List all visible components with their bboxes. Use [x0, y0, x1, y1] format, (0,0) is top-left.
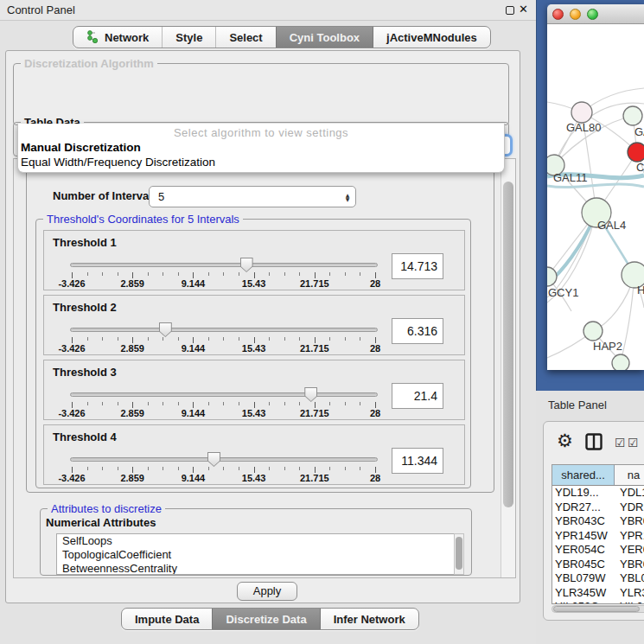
- algorithm-placeholder-option[interactable]: Select algorithm to view settings: [18, 126, 504, 139]
- threshold-4-slider-track[interactable]: [70, 457, 378, 462]
- slider-tick-label: 9.144: [182, 408, 206, 418]
- node-highlighted-red[interactable]: [628, 143, 644, 162]
- algorithm-option-manual[interactable]: Manual Discretization: [21, 141, 141, 154]
- threshold-4-slider-thumb[interactable]: [207, 452, 220, 467]
- table-body: YDL19...YDL1YDR27...YDR2YBR043CYBR0YPR14…: [552, 486, 644, 604]
- column-header-name[interactable]: na: [615, 465, 644, 485]
- tab-impute-data[interactable]: Impute Data: [122, 609, 212, 629]
- close-traffic-light-icon[interactable]: [552, 9, 564, 20]
- node-gcy1[interactable]: [547, 267, 557, 286]
- threshold-2-slider-track[interactable]: [70, 328, 378, 332]
- node-partial-bottom[interactable]: [612, 354, 629, 370]
- threshold-2-value-field[interactable]: 6.316: [392, 318, 443, 344]
- cell-shared-name[interactable]: YDL19...: [552, 486, 615, 501]
- network-view-window: GAL80 GA C GAL11 GAL4 GCY1 H HAP2: [547, 4, 644, 370]
- cell-name[interactable]: YBL0: [615, 571, 644, 586]
- table-row[interactable]: YBR045CYBR0: [552, 558, 644, 572]
- minimize-traffic-light-icon[interactable]: [570, 9, 581, 20]
- network-nodes[interactable]: [547, 102, 644, 370]
- node-gal80[interactable]: [571, 102, 592, 123]
- threshold-3-slider-track[interactable]: [70, 392, 378, 397]
- slider-tick-label: 9.144: [182, 278, 206, 289]
- node-ga[interactable]: [623, 106, 642, 125]
- threshold-3-box: Threshold 3 -3.4262.8599.14415.4321.7152…: [43, 360, 465, 420]
- cell-shared-name[interactable]: YIL052C: [552, 600, 615, 604]
- slider-tick-label: -3.426: [58, 278, 85, 289]
- checkbox-checked-icon[interactable]: ☑: [615, 436, 626, 450]
- cell-shared-name[interactable]: YBR045C: [552, 558, 615, 572]
- tab-discretize-data[interactable]: Discretize Data: [212, 609, 319, 629]
- threshold-2-box: Threshold 2 -3.4262.8599.14415.4321.7152…: [43, 295, 465, 355]
- cell-shared-name[interactable]: YBL079W: [552, 571, 615, 586]
- table-row[interactable]: YDL19...YDL1: [552, 486, 644, 501]
- table-row[interactable]: YER054CYER0: [552, 543, 644, 558]
- cell-shared-name[interactable]: YER054C: [552, 543, 615, 558]
- float-window-icon[interactable]: [506, 6, 514, 15]
- cell-name[interactable]: YBR0: [615, 558, 644, 572]
- network-window-titlebar[interactable]: [547, 4, 644, 24]
- table-horizontal-scrollbar[interactable]: [552, 605, 644, 613]
- slider-scale-labels: -3.4262.8599.14415.4321.71528: [72, 343, 375, 354]
- algorithm-option-equal-width[interactable]: Equal Width/Frequency Discretization: [21, 156, 215, 169]
- node-label-gal80: GAL80: [566, 121, 601, 134]
- slider-tick-label: -3.426: [58, 408, 85, 418]
- close-icon[interactable]: ✕: [519, 3, 528, 16]
- table-row[interactable]: YPR145WYPR1: [552, 529, 644, 544]
- node-hap2[interactable]: [583, 322, 603, 341]
- tab-select[interactable]: Select: [215, 27, 275, 48]
- algorithm-dropdown-popup: Select algorithm to view settings Manual…: [17, 124, 505, 173]
- cell-shared-name[interactable]: YPR145W: [552, 529, 615, 544]
- tab-cyni-toolbox[interactable]: Cyni Toolbox: [276, 27, 373, 48]
- slider-tick-label: 15.43: [242, 278, 266, 289]
- threshold-1-slider-track[interactable]: [70, 263, 378, 267]
- threshold-3-value-field[interactable]: 21.4: [392, 383, 443, 409]
- tab-network[interactable]: Network: [73, 27, 162, 48]
- threshold-3-slider-thumb[interactable]: [304, 387, 317, 402]
- thresholds-group-title: Threshold's Coordinates for 5 Intervals: [43, 213, 243, 226]
- table-row[interactable]: YLR345WYLR3: [552, 586, 644, 601]
- threshold-1-value-field[interactable]: 14.713: [392, 253, 443, 279]
- apply-button[interactable]: Apply: [237, 582, 297, 601]
- table-row[interactable]: YBR043CYBR0: [552, 514, 644, 529]
- table-row[interactable]: YBL079WYBL0: [552, 571, 644, 586]
- checkbox-checked-icon[interactable]: ☑: [628, 436, 639, 450]
- slider-tick-label: 21.715: [300, 278, 329, 289]
- table-row[interactable]: YDR27...YDR2: [552, 501, 644, 515]
- list-item[interactable]: TopologicalCoefficient: [57, 548, 460, 562]
- node-label-hap2: HAP2: [593, 340, 622, 353]
- tab-style[interactable]: Style: [162, 27, 215, 48]
- cell-name[interactable]: YDR2: [615, 501, 644, 515]
- tab-jactivemnodules[interactable]: jActiveMNodules: [373, 27, 490, 48]
- slider-major-ticks: [72, 402, 377, 408]
- cell-shared-name[interactable]: YDR27...: [552, 501, 615, 515]
- network-canvas[interactable]: GAL80 GA C GAL11 GAL4 GCY1 H HAP2: [547, 24, 644, 370]
- cell-name[interactable]: YIL0: [615, 600, 644, 604]
- cell-name[interactable]: YLR3: [615, 586, 644, 601]
- settings-scrollbar-thumb[interactable]: [503, 182, 513, 507]
- cell-shared-name[interactable]: YLR345W: [552, 586, 615, 601]
- threshold-2-slider-thumb[interactable]: [159, 322, 172, 337]
- number-of-intervals-spinner[interactable]: 5 ▲ ▼: [149, 186, 356, 207]
- columns-icon[interactable]: [585, 433, 603, 454]
- table-row[interactable]: YIL052CYIL0: [552, 600, 644, 604]
- slider-major-ticks: [72, 467, 377, 473]
- spinner-stepper-icon[interactable]: ▲ ▼: [340, 193, 355, 201]
- cell-name[interactable]: YBR0: [615, 514, 644, 529]
- cell-name[interactable]: YDL1: [615, 486, 644, 501]
- settings-vertical-scrollbar[interactable]: [501, 159, 515, 577]
- column-header-shared[interactable]: shared...: [552, 465, 615, 485]
- cyni-toolbox-panel: Discretization Algorithm Select algorith…: [5, 50, 520, 603]
- cell-shared-name[interactable]: YBR043C: [552, 514, 615, 529]
- tab-infer-network[interactable]: Infer Network: [320, 609, 418, 629]
- threshold-1-slider-thumb[interactable]: [240, 258, 253, 272]
- table-header-row: shared... na: [552, 465, 644, 486]
- list-item[interactable]: SelfLoops: [57, 534, 460, 548]
- list-item[interactable]: BetweennessCentrality: [57, 562, 460, 575]
- attributes-list-scrollbar[interactable]: [454, 533, 464, 575]
- gear-icon[interactable]: ⚙: [557, 430, 573, 451]
- cell-name[interactable]: YER0: [615, 543, 644, 558]
- zoom-traffic-light-icon[interactable]: [587, 9, 598, 20]
- slider-scale-labels: -3.4262.8599.14415.4321.71528: [72, 408, 375, 419]
- cell-name[interactable]: YPR1: [615, 529, 644, 544]
- threshold-4-value-field[interactable]: 11.344: [392, 448, 443, 474]
